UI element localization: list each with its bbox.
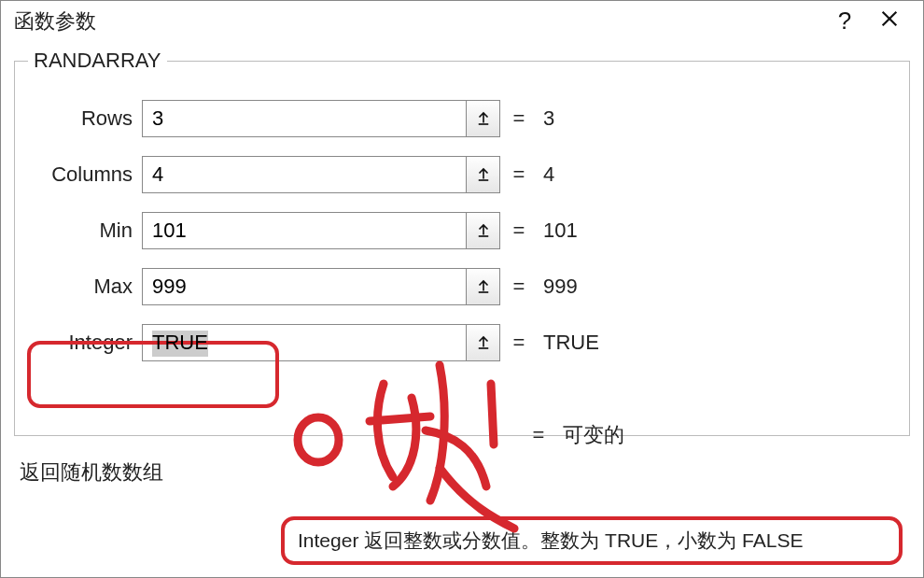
- close-button[interactable]: [867, 7, 912, 35]
- input-max[interactable]: [143, 269, 466, 304]
- input-wrap-integer: [142, 324, 500, 361]
- collapse-icon: [475, 222, 492, 239]
- label-integer: Integer: [30, 331, 142, 355]
- group-legend: RANDARRAY: [28, 49, 167, 73]
- argument-hint: Integer 返回整数或分数值。整数为 TRUE，小数为 FALSE: [281, 516, 903, 565]
- equals: =: [500, 106, 538, 131]
- dialog-title: 函数参数: [14, 7, 822, 35]
- input-wrap-columns: [142, 156, 500, 193]
- result-min: 101: [538, 219, 578, 243]
- input-min[interactable]: [143, 213, 466, 248]
- param-row-rows: Rows = 3: [30, 99, 894, 138]
- close-icon: [879, 8, 900, 29]
- param-row-columns: Columns = 4: [30, 155, 894, 194]
- collapse-button-max[interactable]: [466, 269, 499, 304]
- collapse-button-integer[interactable]: [466, 325, 499, 360]
- equals: =: [500, 162, 538, 187]
- equals: =: [500, 219, 538, 243]
- function-arguments-dialog: 函数参数 ? RANDARRAY Rows = 3: [0, 0, 924, 578]
- collapse-button-rows[interactable]: [466, 101, 499, 136]
- label-columns: Columns: [30, 162, 142, 187]
- randarray-group: RANDARRAY Rows = 3 Columns: [14, 49, 910, 436]
- help-button[interactable]: ?: [822, 7, 867, 35]
- input-wrap-rows: [142, 100, 500, 137]
- param-row-integer: Integer = TRUE: [30, 323, 894, 362]
- overall-result-row: = 可变的: [520, 421, 624, 449]
- result-max: 999: [538, 275, 578, 299]
- input-columns[interactable]: [143, 157, 466, 192]
- input-rows[interactable]: [143, 101, 466, 136]
- collapse-button-min[interactable]: [466, 213, 499, 248]
- overall-result: 可变的: [557, 421, 624, 449]
- function-description: 返回随机数数组: [20, 458, 163, 486]
- param-row-max: Max = 999: [30, 267, 894, 306]
- result-integer: TRUE: [538, 331, 599, 355]
- label-max: Max: [30, 275, 142, 299]
- input-wrap-min: [142, 212, 500, 249]
- collapse-button-columns[interactable]: [466, 157, 499, 192]
- label-min: Min: [30, 219, 142, 243]
- equals: =: [500, 275, 538, 299]
- collapse-icon: [475, 278, 492, 295]
- collapse-icon: [475, 166, 492, 183]
- equals: =: [500, 331, 538, 355]
- input-integer[interactable]: [143, 325, 466, 360]
- collapse-icon: [475, 334, 492, 351]
- result-columns: 4: [538, 162, 554, 187]
- label-rows: Rows: [30, 106, 142, 131]
- titlebar: 函数参数 ?: [1, 1, 923, 45]
- input-wrap-max: [142, 268, 500, 305]
- collapse-icon: [475, 110, 492, 127]
- param-row-min: Min = 101: [30, 211, 894, 250]
- equals: =: [520, 423, 557, 447]
- result-rows: 3: [538, 106, 554, 131]
